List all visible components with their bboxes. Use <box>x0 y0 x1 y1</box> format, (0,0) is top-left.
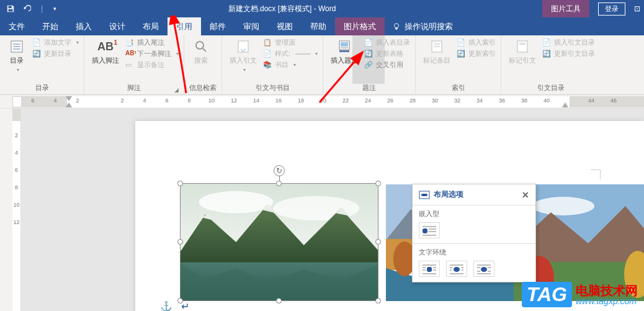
insert-endnote-button[interactable]: 📑插入尾注 <box>125 38 179 47</box>
save-icon[interactable] <box>6 4 15 13</box>
insert-caption-label: 插入题注 <box>331 56 358 65</box>
wrap-inline-option[interactable] <box>419 222 440 238</box>
svg-rect-52 <box>450 269 452 271</box>
next-footnote-button[interactable]: AB¹下一条脚注▾ <box>125 49 179 58</box>
show-notes-button: ▭显示备注 <box>125 60 179 70</box>
close-icon[interactable]: ✕ <box>522 190 529 200</box>
resize-handle-mr[interactable] <box>375 239 381 245</box>
document-area[interactable] <box>21 109 644 311</box>
horizontal-ruler-bar: 6422468101214161820222426283032343638404… <box>0 95 644 109</box>
add-text-button[interactable]: 📄添加文字▾ <box>32 38 79 47</box>
toc-label: 目录 <box>10 56 24 65</box>
bibliography-icon: 📚 <box>263 61 272 70</box>
toc-button[interactable]: 目录▾ <box>5 38 29 81</box>
tab-help[interactable]: 帮助 <box>302 17 335 35</box>
quick-access-toolbar: | ▾ <box>0 4 59 13</box>
inline-section-title: 嵌入型 <box>419 209 529 219</box>
login-button[interactable]: 登录 <box>598 2 625 16</box>
ribbon-tabs: 文件 开始 插入 设计 布局 引用 邮件 审阅 视图 帮助 图片格式 操作说明搜… <box>0 17 644 35</box>
resize-handle-tl[interactable] <box>177 181 183 186</box>
search-icon <box>194 39 208 54</box>
vertical-ruler[interactable]: 24681012 <box>12 109 21 311</box>
group-label-citation: 引文与书目 <box>227 81 318 94</box>
update-index-icon: 🔄 <box>457 50 465 58</box>
rotate-handle[interactable] <box>274 165 285 176</box>
resize-handle-tm[interactable] <box>276 181 282 186</box>
group-footnote: AB1 插入脚注 📑插入尾注 AB¹下一条脚注▾ ▭显示备注 脚注◢ <box>84 35 184 94</box>
svg-point-2 <box>395 23 399 27</box>
tof-icon: 📄 <box>364 38 373 47</box>
svg-rect-0 <box>9 6 12 9</box>
mark-citation-icon <box>515 39 530 54</box>
tab-mailings[interactable]: 邮件 <box>201 17 235 35</box>
insert-toa-icon: 📄 <box>542 38 551 47</box>
group-label-index: 索引 <box>421 81 496 94</box>
qat-dropdown-icon[interactable]: ▾ <box>50 4 59 13</box>
svg-rect-36 <box>423 226 436 227</box>
indent-marker-left[interactable] <box>66 96 72 101</box>
style-dropdown[interactable]: 📄样式: ▾ <box>263 49 318 58</box>
footnote-dialog-launcher[interactable]: ◢ <box>174 87 179 93</box>
landscape-image-1 <box>181 184 378 300</box>
manage-sources-button[interactable]: 📋管理源 <box>263 38 318 47</box>
tab-picture-format[interactable]: 图片格式 <box>335 17 385 35</box>
svg-line-9 <box>203 48 206 52</box>
cross-ref-icon: 🔗 <box>364 61 373 70</box>
title-bar: | ▾ 新建文档.docx [兼容模式] - Word 图片工具 登录 ⊡ <box>0 0 644 17</box>
vertical-ruler-gutter <box>0 109 12 311</box>
cross-reference-button[interactable]: 🔗交叉引用 <box>364 60 410 70</box>
insert-citation-button[interactable]: 插入引文▾ <box>227 38 259 81</box>
mark-citation-button[interactable]: 标记引文 <box>506 38 539 81</box>
svg-rect-42 <box>427 267 432 272</box>
insert-footnote-button[interactable]: AB1 插入脚注 <box>89 38 122 81</box>
svg-rect-46 <box>433 269 436 271</box>
horizontal-ruler[interactable]: 6422468101214161820222426283032343638404… <box>21 96 644 107</box>
tab-design[interactable]: 设计 <box>101 17 134 35</box>
svg-point-8 <box>196 42 203 49</box>
resize-handle-br[interactable] <box>375 298 381 304</box>
ribbon: 目录▾ 📄添加文字▾ 🔄更新目录 目录 AB1 插入脚注 📑插入尾注 AB¹下一… <box>0 35 644 95</box>
tab-file[interactable]: 文件 <box>0 17 34 35</box>
insert-toa-button[interactable]: 📄插入引文目录 <box>542 38 595 47</box>
tab-home[interactable]: 开始 <box>34 17 67 35</box>
group-citation: 插入引文▾ 📋管理源 📄样式: ▾ 📚书目▾ 引文与书目 <box>222 35 323 94</box>
group-label-caption: 题注 <box>328 81 410 94</box>
update-toa-button: 🔄更新引文目录 <box>542 49 595 58</box>
tab-insert[interactable]: 插入 <box>67 17 101 35</box>
svg-rect-18 <box>517 41 527 52</box>
resize-handle-tr[interactable] <box>375 181 381 186</box>
mark-entry-button[interactable]: 标记条目 <box>421 38 453 81</box>
wrap-tight-option[interactable] <box>446 261 467 277</box>
tab-layout[interactable]: 布局 <box>134 17 168 35</box>
selected-image[interactable] <box>180 183 378 301</box>
tab-view[interactable]: 视图 <box>268 17 302 35</box>
wrap-square-option[interactable] <box>419 261 440 277</box>
tab-references[interactable]: 引用 <box>168 17 201 35</box>
svg-rect-47 <box>423 273 436 274</box>
indent-marker-right[interactable] <box>562 102 568 107</box>
bibliography-button[interactable]: 📚书目▾ <box>263 60 318 70</box>
insert-tof-button[interactable]: 📄插入表目录 <box>364 38 410 47</box>
search-button[interactable]: 搜索 <box>189 38 213 81</box>
svg-rect-35 <box>421 194 427 196</box>
insert-citation-label: 插入引文 <box>230 56 257 65</box>
group-index: 标记条目 📄插入索引 🔄更新索引 索引 <box>416 35 501 94</box>
qat-separator: | <box>41 4 43 13</box>
resize-handle-ml[interactable] <box>177 239 183 245</box>
group-caption: 插入题注 📄插入表目录 🔄更新表格 🔗交叉引用 题注 <box>323 35 416 94</box>
text-flow-icon[interactable]: ↵ <box>181 300 189 311</box>
svg-rect-43 <box>423 267 426 268</box>
tab-review[interactable]: 审阅 <box>235 17 268 35</box>
insert-index-button[interactable]: 📄插入索引 <box>457 38 496 47</box>
insert-caption-button[interactable]: 插入题注 <box>328 38 360 81</box>
undo-icon[interactable] <box>22 4 31 13</box>
resize-handle-bm[interactable] <box>276 298 282 304</box>
anchor-icon[interactable]: ⚓ <box>160 300 172 311</box>
insert-index-icon: 📄 <box>457 38 465 47</box>
wrap-through-option[interactable] <box>473 261 494 277</box>
collapse-icon[interactable]: ⊡ <box>634 4 644 13</box>
tell-me-search[interactable]: 操作说明搜索 <box>385 17 453 35</box>
group-label-toc: 目录 <box>5 81 79 94</box>
svg-point-21 <box>199 191 273 214</box>
indent-marker-left-bottom[interactable] <box>66 102 72 107</box>
